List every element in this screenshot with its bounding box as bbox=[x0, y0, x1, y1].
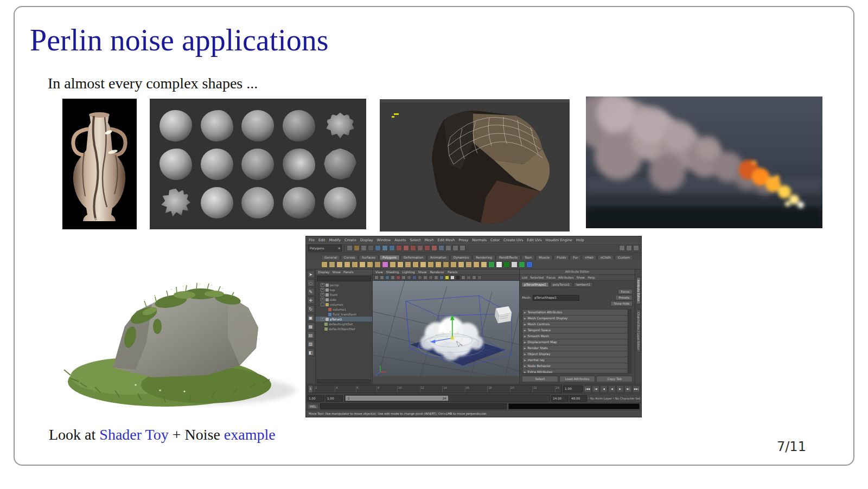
attribute-editor-menu-item[interactable]: List bbox=[522, 276, 527, 279]
shelf-tab[interactable]: Polygons bbox=[379, 255, 400, 260]
expander-icon[interactable]: + bbox=[321, 317, 324, 321]
attribute-editor-side-button[interactable]: Show Hide bbox=[610, 301, 633, 306]
shelf-tool-icon[interactable] bbox=[420, 261, 426, 268]
viewport-toolbar-icon[interactable] bbox=[391, 275, 395, 280]
shelf-tab[interactable]: General bbox=[321, 255, 340, 260]
status-toolbar-icon[interactable] bbox=[431, 245, 437, 251]
shelf-tool-icon[interactable] bbox=[374, 261, 381, 268]
sidebar-toggle-icon[interactable] bbox=[619, 245, 625, 251]
shelf-tool-icon[interactable] bbox=[481, 261, 487, 268]
viewport-menu-item[interactable]: Renderer bbox=[430, 271, 444, 274]
viewport-menu-item[interactable]: Shading bbox=[386, 271, 399, 274]
maya-menu-item[interactable]: Proxy bbox=[458, 238, 468, 242]
shelf-tool-icon[interactable] bbox=[390, 261, 396, 268]
shelf-tool-icon[interactable] bbox=[367, 261, 373, 268]
attribute-section-header[interactable]: ▶ Displacement Map bbox=[522, 339, 631, 345]
shelf-tool-icon[interactable] bbox=[488, 261, 495, 268]
attribute-section-header[interactable]: ▶ mental ray bbox=[522, 357, 631, 363]
tool-button[interactable]: ◌ bbox=[307, 279, 315, 287]
attribute-editor-side-button[interactable]: Focus bbox=[618, 289, 633, 294]
attribute-editor-menu-item[interactable]: Focus bbox=[546, 276, 556, 279]
status-toolbar-icon[interactable] bbox=[445, 245, 451, 251]
tool-button[interactable]: ▣ bbox=[307, 314, 315, 321]
status-toolbar-icon[interactable] bbox=[424, 245, 430, 251]
shelf-tool-icon[interactable] bbox=[344, 261, 350, 268]
timeline-ruler[interactable]: 1 24681012141618202224 bbox=[307, 385, 562, 393]
status-toolbar-icon[interactable] bbox=[382, 245, 388, 251]
attribute-section-header[interactable]: ▶ Extra Attributes bbox=[522, 369, 631, 374]
outliner-item[interactable]: + persp bbox=[316, 282, 372, 287]
range-slider-track[interactable]: 1 24 bbox=[344, 395, 550, 402]
viewport-toolbar-icon[interactable] bbox=[412, 275, 417, 280]
shelf-tab[interactable]: Surfaces bbox=[359, 255, 379, 260]
attribute-editor-bottom-button[interactable]: Select bbox=[522, 376, 558, 382]
shelf-tool-icon[interactable] bbox=[526, 261, 533, 268]
range-end-field[interactable]: 48.00 bbox=[570, 395, 587, 402]
shelf-tool-icon[interactable] bbox=[443, 261, 449, 268]
command-line-input[interactable] bbox=[320, 403, 507, 409]
viewport-toolbar-icon[interactable] bbox=[423, 275, 427, 280]
shelf-tab[interactable]: Animation bbox=[427, 255, 450, 260]
outliner-item[interactable]: defaultLightSet bbox=[316, 321, 372, 326]
viewport-toolbar-icon[interactable] bbox=[445, 275, 449, 280]
outliner-item[interactable]: + front bbox=[316, 292, 372, 297]
shelf-tool-icon[interactable] bbox=[329, 261, 335, 268]
shelf-tab[interactable]: Curves bbox=[341, 255, 358, 260]
shelf-tool-icon[interactable] bbox=[397, 261, 404, 268]
command-line-language-toggle[interactable]: MEL bbox=[308, 404, 318, 409]
attribute-editor-toggle-icon[interactable] bbox=[626, 245, 632, 251]
attribute-editor-bottom-button[interactable]: Copy Tab bbox=[596, 376, 633, 382]
attribute-editor-bottom-button[interactable]: Load Attributes bbox=[559, 376, 596, 382]
playback-end-field[interactable]: 24.00 bbox=[551, 395, 569, 402]
viewport-toolbar-icon[interactable] bbox=[380, 275, 384, 280]
shelf-tab[interactable]: Dynamics bbox=[450, 255, 473, 260]
shelf-tool-icon[interactable] bbox=[359, 261, 366, 268]
mesh-field-value[interactable]: pTorusShape1 bbox=[533, 295, 579, 301]
maya-menu-item[interactable]: Window bbox=[377, 238, 391, 242]
attribute-editor-tab[interactable]: polyTorus1 bbox=[550, 282, 572, 287]
expander-icon[interactable] bbox=[321, 327, 323, 330]
outliner-menu-item[interactable]: Display bbox=[318, 271, 329, 274]
maya-menu-item[interactable]: Edit Mesh bbox=[438, 238, 455, 242]
outliner-item[interactable]: + pTorus1 bbox=[316, 317, 372, 321]
viewport-toolbar-icon[interactable] bbox=[401, 275, 406, 280]
viewport-menu-item[interactable]: Panels bbox=[448, 271, 458, 274]
menu-set-dropdown[interactable]: Polygons▼ bbox=[308, 244, 342, 252]
shelf-tab[interactable]: Toon bbox=[521, 255, 535, 260]
shelf-tab[interactable]: Custom bbox=[615, 255, 633, 260]
status-toolbar-icon[interactable] bbox=[361, 245, 367, 251]
shelf-tool-icon[interactable] bbox=[435, 261, 442, 268]
shelf-tab[interactable]: Rendering bbox=[473, 255, 495, 260]
viewport-toolbar-icon[interactable] bbox=[434, 275, 438, 280]
attribute-editor-side-button[interactable]: Presets bbox=[615, 295, 633, 300]
attribute-editor-menu-item[interactable]: Selected bbox=[530, 276, 544, 279]
tool-button[interactable]: ✎ bbox=[307, 288, 315, 295]
shelf-tool-icon[interactable] bbox=[511, 261, 518, 268]
viewport-toolbar-icon[interactable] bbox=[477, 275, 482, 280]
viewport-toolbar-icon[interactable] bbox=[374, 275, 379, 280]
maya-menu-item[interactable]: Display bbox=[360, 238, 373, 242]
viewport-toolbar-icon[interactable] bbox=[429, 275, 433, 280]
playback-button[interactable]: ▶ bbox=[616, 385, 624, 393]
shelf-tool-icon[interactable] bbox=[465, 261, 472, 268]
attribute-editor-tab[interactable]: lambert1 bbox=[573, 282, 593, 287]
maya-menu-item[interactable]: Edit UVs bbox=[527, 238, 541, 242]
attribute-section-header[interactable]: ▶ Mesh Component Display bbox=[522, 316, 631, 321]
viewport-menu-item[interactable]: Show bbox=[418, 271, 427, 274]
status-toolbar-icon[interactable] bbox=[410, 245, 416, 251]
maya-menu-item[interactable]: Edit bbox=[318, 238, 326, 242]
maya-menu-item[interactable]: Create bbox=[344, 238, 356, 242]
status-toolbar-icon[interactable] bbox=[417, 245, 423, 251]
maya-menu-item[interactable]: Houdini Engine bbox=[546, 238, 572, 242]
right-dock-tab[interactable]: Channel Box / Layer Editor bbox=[636, 310, 641, 352]
playback-start-field[interactable]: 1.00 bbox=[326, 395, 343, 402]
viewport-toolbar-icon[interactable] bbox=[472, 275, 476, 280]
character-set-selector[interactable]: ▾ No Character Set bbox=[613, 397, 640, 400]
tool-button[interactable]: ▤ bbox=[307, 331, 315, 339]
maya-menu-item[interactable]: Mesh bbox=[424, 238, 433, 242]
viewport-toolbar-icon[interactable] bbox=[456, 275, 460, 280]
expander-icon[interactable]: + bbox=[321, 293, 324, 297]
maya-menu-item[interactable]: Modify bbox=[329, 238, 341, 242]
outliner-menu-item[interactable]: Show bbox=[332, 271, 341, 274]
status-toolbar-icon[interactable] bbox=[368, 245, 374, 251]
